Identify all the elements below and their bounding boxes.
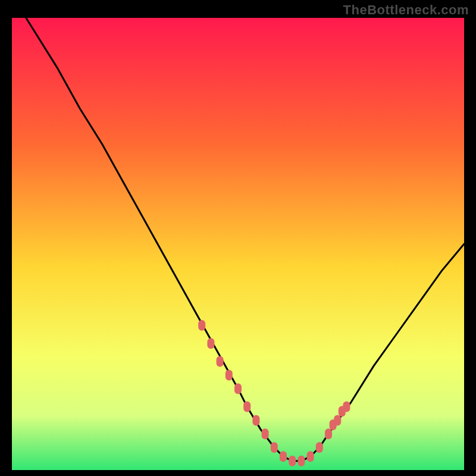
chart-svg [12, 18, 464, 470]
marker-point [280, 451, 287, 462]
chart-frame: TheBottleneck.com [0, 0, 476, 476]
marker-point [316, 442, 323, 453]
marker-point [226, 369, 233, 380]
marker-point [243, 402, 250, 412]
marker-point [307, 451, 314, 462]
marker-point [198, 320, 205, 331]
marker-point [289, 456, 296, 466]
marker-point [262, 428, 269, 439]
marker-point [343, 402, 350, 412]
watermark-text: TheBottleneck.com [343, 2, 469, 18]
marker-point [234, 383, 242, 394]
marker-point [252, 415, 259, 425]
bottleneck-chart [12, 18, 464, 470]
marker-point [217, 356, 224, 367]
marker-point [334, 415, 341, 425]
gradient-background [12, 18, 464, 470]
marker-point [207, 338, 214, 349]
marker-point [298, 456, 305, 466]
marker-point [325, 428, 332, 439]
marker-point [271, 442, 278, 453]
